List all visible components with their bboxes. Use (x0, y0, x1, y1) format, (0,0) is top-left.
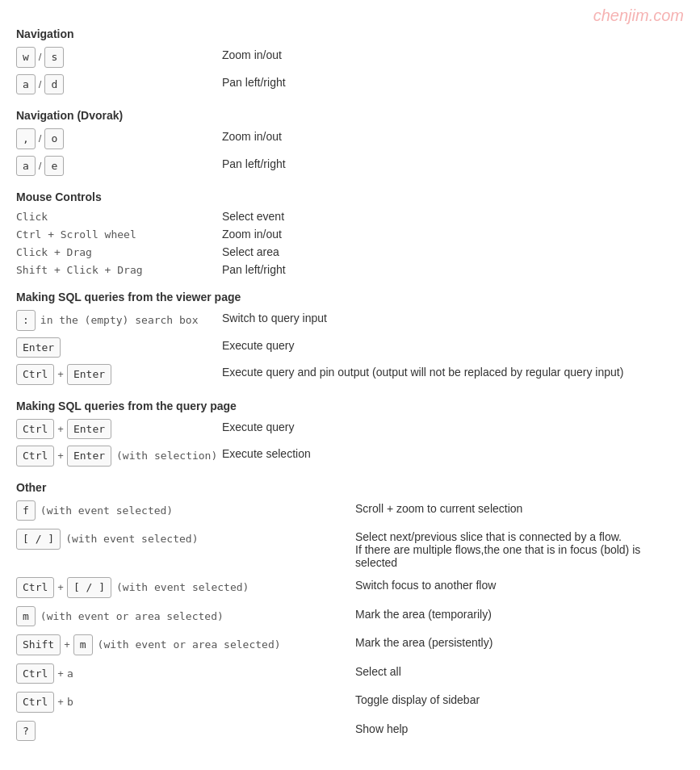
mouse-scroll-key: Ctrl + Scroll wheel (16, 228, 222, 241)
key-d: d (44, 74, 64, 95)
other-ctrl-b-desc: Toggle display of sidebar (355, 692, 684, 706)
key-comma: , (16, 128, 36, 149)
colon-text: in the (empty) search box (40, 314, 199, 326)
mouse-shift-drag-desc: Pan left/right (222, 263, 684, 276)
other-title: Other (16, 481, 684, 494)
other-shift-m-key: Shift + m (with event or area selected) (16, 634, 355, 655)
sql-viewer-enter-key: Enter (16, 337, 222, 358)
sql-viewer-colon-row: : in the (empty) search box Switch to qu… (16, 310, 684, 331)
sql-viewer-ctrl-enter-desc: Execute query and pin output (output wil… (222, 364, 684, 379)
key-a2: a (16, 156, 36, 177)
mouse-click-desc: Select event (222, 210, 684, 223)
plus-6: + (57, 667, 64, 680)
other-ctrl-a-row: Ctrl + a Select all (16, 663, 684, 684)
key-bracket: [ / ] (16, 529, 61, 550)
watermark: chenjim.com (593, 6, 684, 25)
other-ctrl-bracket-desc: Switch focus to another flow (355, 577, 684, 592)
mouse-click-key: Click (16, 211, 222, 223)
key-s: s (44, 47, 64, 68)
section-mouse: Mouse Controls Click Select event Ctrl +… (16, 190, 684, 276)
key-b-text: b (67, 696, 73, 708)
key-a-text: a (67, 667, 73, 680)
key-enter-1: Enter (16, 337, 61, 358)
plus-4: + (57, 581, 64, 593)
nav-zoom-desc: Zoom in/out (222, 47, 684, 61)
sql-query-enter-key: Ctrl + Enter (16, 419, 222, 440)
shift-m-event-text: (with event or area selected) (98, 638, 281, 651)
mouse-scroll-row: Ctrl + Scroll wheel Zoom in/out (16, 228, 684, 241)
sql-query-sel-desc: Execute selection (222, 446, 684, 460)
section-other: Other f (with event selected) Scroll + z… (16, 481, 684, 742)
other-bracket-desc: Select next/previous slice that is conne… (355, 529, 684, 569)
key-ctrl-2: Ctrl (16, 419, 54, 440)
sql-query-enter-row: Ctrl + Enter Execute query (16, 419, 684, 440)
other-bracket-key: [ / ] (with event selected) (16, 529, 355, 550)
other-m-desc: Mark the area (temporarily) (355, 606, 684, 621)
mouse-shift-drag-key: Shift + Click + Drag (16, 264, 222, 276)
plus-1: + (57, 368, 64, 380)
nav-row-zoom: w / s Zoom in/out (16, 47, 684, 68)
mouse-scroll-desc: Zoom in/out (222, 228, 684, 241)
bracket-event-text: (with event selected) (65, 533, 198, 545)
section-navigation: Navigation w / s Zoom in/out a / d Pan l… (16, 27, 684, 94)
with-sel-text: (with selection) (116, 450, 217, 462)
key-ctrl-5: Ctrl (16, 663, 54, 684)
dvorak-pan-desc: Pan left/right (222, 156, 684, 170)
key-m2: m (73, 634, 93, 655)
other-question-key: ? (16, 721, 355, 742)
section-sql-query: Making SQL queries from the query page C… (16, 400, 684, 467)
sql-viewer-colon-desc: Switch to query input (222, 310, 684, 324)
other-question-desc: Show help (355, 721, 684, 735)
key-enter-3: Enter (67, 419, 111, 440)
key-ctrl-4: Ctrl (16, 577, 54, 598)
plus-3: + (57, 450, 64, 462)
other-m-row: m (with event or area selected) Mark the… (16, 606, 684, 627)
slash-4: / (39, 160, 42, 172)
key-enter-2: Enter (67, 364, 111, 385)
plus-5: + (64, 638, 70, 651)
key-o: o (44, 128, 64, 149)
mouse-drag-row: Click + Drag Select area (16, 245, 684, 258)
other-ctrl-a-desc: Select all (355, 663, 684, 678)
section-navigation-dvorak: Navigation (Dvorak) , / o Zoom in/out a … (16, 109, 684, 176)
other-ctrl-a-key: Ctrl + a (16, 663, 355, 684)
mouse-drag-key: Click + Drag (16, 246, 222, 258)
key-shift: Shift (16, 634, 61, 655)
section-sql-viewer: Making SQL queries from the viewer page … (16, 291, 684, 385)
slash-1: / (39, 51, 42, 63)
other-bracket-row: [ / ] (with event selected) Select next/… (16, 529, 684, 569)
dvorak-pan-keys: a / e (16, 156, 222, 177)
key-enter-4: Enter (67, 446, 111, 467)
other-f-key: f (with event selected) (16, 500, 355, 521)
dvorak-row-zoom: , / o Zoom in/out (16, 128, 684, 149)
key-ctrl-3: Ctrl (16, 446, 54, 467)
navigation-dvorak-title: Navigation (Dvorak) (16, 109, 684, 122)
mouse-title: Mouse Controls (16, 190, 684, 203)
nav-row-pan: a / d Pan left/right (16, 74, 684, 95)
other-m-key: m (with event or area selected) (16, 606, 355, 627)
other-shift-m-row: Shift + m (with event or area selected) … (16, 634, 684, 655)
mouse-shift-drag-row: Shift + Click + Drag Pan left/right (16, 263, 684, 276)
sql-viewer-ctrl-enter-row: Ctrl + Enter Execute query and pin outpu… (16, 364, 684, 385)
mouse-click-row: Click Select event (16, 210, 684, 223)
key-ctrl-1: Ctrl (16, 364, 54, 385)
key-colon: : (16, 310, 36, 331)
key-e: e (44, 156, 64, 177)
sql-viewer-ctrl-enter-key: Ctrl + Enter (16, 364, 222, 385)
other-question-row: ? Show help (16, 721, 684, 742)
sql-viewer-enter-desc: Execute query (222, 337, 684, 352)
sql-viewer-enter-row: Enter Execute query (16, 337, 684, 358)
sql-query-enter-desc: Execute query (222, 419, 684, 433)
other-f-desc: Scroll + zoom to current selection (355, 500, 684, 515)
nav-pan-keys: a / d (16, 74, 222, 95)
nav-pan-desc: Pan left/right (222, 74, 684, 89)
dvorak-zoom-keys: , / o (16, 128, 222, 149)
sql-viewer-title: Making SQL queries from the viewer page (16, 291, 684, 303)
other-ctrl-b-row: Ctrl + b Toggle display of sidebar (16, 692, 684, 713)
m-event-text: (with event or area selected) (40, 610, 224, 622)
key-w: w (16, 47, 36, 68)
dvorak-row-pan: a / e Pan left/right (16, 156, 684, 177)
other-shift-m-desc: Mark the area (persistently) (355, 634, 684, 649)
sql-query-title: Making SQL queries from the query page (16, 400, 684, 412)
slash-3: / (39, 132, 42, 144)
